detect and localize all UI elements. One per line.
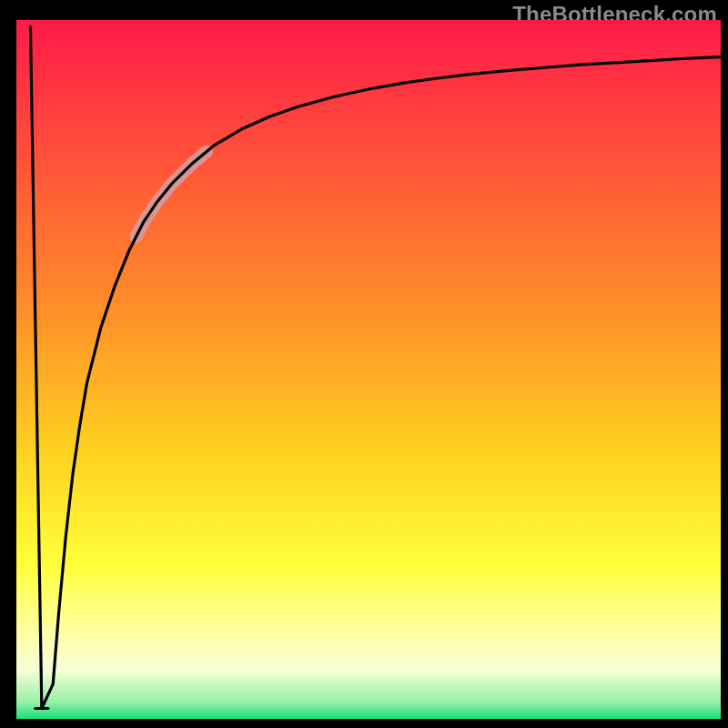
chart-frame: TheBottleneck.com: [0, 0, 728, 728]
plot-area: [16, 20, 721, 719]
gradient-background: [16, 20, 721, 719]
